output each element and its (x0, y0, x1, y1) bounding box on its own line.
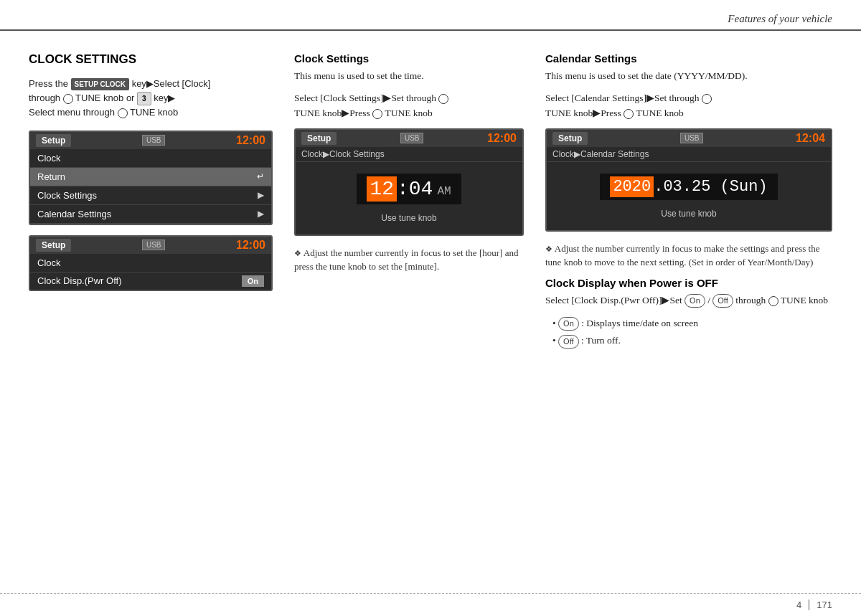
tune-disp-icon (768, 296, 778, 306)
menu-clock-label: Clock (37, 153, 61, 164)
key3-badge: 3 (137, 92, 151, 106)
cs-usb-label: USB (400, 133, 424, 143)
footer-pagination: 4 171 (796, 600, 832, 610)
cal-setup-label: Setup (552, 132, 588, 145)
tune-right-icon (702, 94, 712, 104)
tune-mid-icon (438, 94, 448, 104)
cs-use-tune: Use tune knob (303, 210, 515, 229)
calendar-settings-description: This menu is used to set the date (YYYY/… (545, 69, 832, 84)
tune-circle-icon (63, 94, 73, 104)
screen1-time: 12:00 (236, 134, 265, 147)
cs-ampm: AM (437, 185, 451, 198)
menu-item-clock: Clock (30, 149, 271, 168)
calendar-note: Adjust the number currently in focus to … (545, 242, 832, 270)
cal-breadcrumb: Clock▶Calendar Settings (547, 147, 831, 162)
cal-usb-label: USB (680, 133, 704, 143)
screen1: Setup USB 12:00 Clock Return ↵ Clock Set… (29, 131, 273, 225)
screen1-setup-label: Setup (36, 134, 71, 147)
clock-settings-arrow-icon: ▶ (258, 190, 264, 200)
feature-off-item: Off : Turn off. (552, 333, 832, 349)
feature-list: On : Displays time/date on screen Off : … (552, 316, 832, 349)
intro-text: Press the SETUP CLOCK key▶Select [Clock]… (29, 77, 273, 120)
clock-settings-note: Adjust the number currently in focus to … (294, 246, 524, 274)
cal-year: 2020 (610, 176, 654, 197)
page-footer: 4 171 (0, 593, 861, 616)
clock-settings-screen: Setup USB 12:00 Clock▶Clock Settings 12:… (294, 128, 524, 236)
feature-on-item: On : Displays time/date on screen (552, 316, 832, 331)
right-column: Calendar Settings This menu is used to s… (545, 52, 832, 356)
screen2-clock-item: Clock (30, 254, 271, 273)
screen1-menu: Clock Return ↵ Clock Settings ▶ Calendar… (30, 149, 271, 224)
cal-screen-header: Setup USB 12:04 (547, 130, 831, 147)
screen1-usb-label: USB (142, 135, 166, 146)
cs-minutes: 04 (409, 178, 433, 200)
tune-circle2-icon (118, 108, 128, 118)
screen2-time: 12:00 (236, 239, 265, 252)
menu-item-clock-settings: Clock Settings ▶ (30, 186, 271, 205)
left-column: CLOCK SETTINGS Press the SETUP CLOCK key… (29, 52, 273, 356)
feature-off-badge: Off (558, 335, 578, 349)
header-title: Features of your vehicle (728, 13, 832, 24)
cs-screen-header: Setup USB 12:00 (296, 130, 522, 147)
cal-rest-date: .03.25 (Sun) (654, 178, 767, 196)
footer-chapter: 4 (796, 600, 809, 610)
screen2: Setup USB 12:00 Clock Clock Disp.(Pwr Of… (29, 235, 273, 291)
feature-on-text: : Displays time/date on screen (581, 318, 698, 328)
on-badge-inline: On (684, 294, 705, 308)
cal-date-display: 2020.03.25 (Sun) (600, 174, 777, 200)
cs-setup-label: Setup (301, 132, 337, 145)
cs-time: 12:00 (487, 132, 517, 145)
menu-clock-settings-label: Clock Settings (37, 190, 97, 201)
clock-disp-label: Clock Disp.(Pwr Off) (37, 275, 122, 286)
off-badge-inline: Off (712, 294, 733, 308)
footer-page-number: 171 (817, 600, 832, 610)
middle-column: Clock Settings This menu is used to set … (294, 52, 524, 356)
screen2-clock-label: Clock (37, 257, 61, 268)
screen2-usb-label: USB (142, 240, 166, 250)
menu-calendar-settings-label: Calendar Settings (37, 209, 111, 219)
cs-colon: : (397, 178, 409, 200)
cal-use-tune: Use tune knob (554, 206, 824, 224)
screen1-header: Setup USB 12:00 (30, 132, 271, 149)
clock-disp-title: Clock Display when Power is OFF (545, 277, 832, 289)
calendar-settings-instruction: Select [Calendar Settings]▶Set through T… (545, 91, 832, 121)
tune-press-right-icon (624, 109, 634, 119)
clock-settings-title: Clock Settings (294, 52, 524, 65)
clock-disp-instruction: Select [Clock Disp.(Pwr Off)]▶Set On / O… (545, 293, 832, 308)
cs-time-display: 12:04AM (357, 174, 461, 204)
feature-on-badge: On (558, 317, 579, 331)
screen2-setup-label: Setup (36, 239, 71, 252)
menu-item-return: Return ↵ (30, 168, 271, 186)
cs-body: 12:04AM Use tune knob (296, 162, 522, 234)
menu-return-label: Return (37, 171, 65, 182)
screen2-header: Setup USB 12:00 (30, 237, 271, 254)
screen2-clock-disp: Clock Disp.(Pwr Off) On (30, 273, 271, 290)
cal-time: 12:04 (796, 132, 825, 145)
page-header: Features of your vehicle (0, 0, 861, 31)
cs-breadcrumb: Clock▶Clock Settings (296, 147, 522, 162)
clock-settings-instruction: Select [Clock Settings]▶Set through TUNE… (294, 91, 524, 121)
main-content: CLOCK SETTINGS Press the SETUP CLOCK key… (0, 31, 861, 370)
feature-off-text: : Turn off. (581, 335, 621, 346)
calendar-screen: Setup USB 12:04 Clock▶Calendar Settings … (545, 128, 832, 232)
on-badge: On (242, 275, 264, 287)
tune-press-mid-icon (372, 109, 382, 119)
cs-hour: 12 (367, 176, 397, 202)
clock-settings-description: This menu is used to set the time. (294, 69, 524, 84)
calendar-settings-title: Calendar Settings (545, 52, 832, 65)
calendar-settings-arrow-icon: ▶ (258, 209, 264, 219)
return-icon: ↵ (257, 171, 264, 181)
setup-badge: SETUP CLOCK (71, 78, 130, 91)
menu-item-calendar-settings: Calendar Settings ▶ (30, 205, 271, 224)
screen2-menu: Clock (30, 254, 271, 273)
section-title: CLOCK SETTINGS (29, 52, 273, 67)
cal-body: 2020.03.25 (Sun) Use tune knob (547, 162, 831, 230)
